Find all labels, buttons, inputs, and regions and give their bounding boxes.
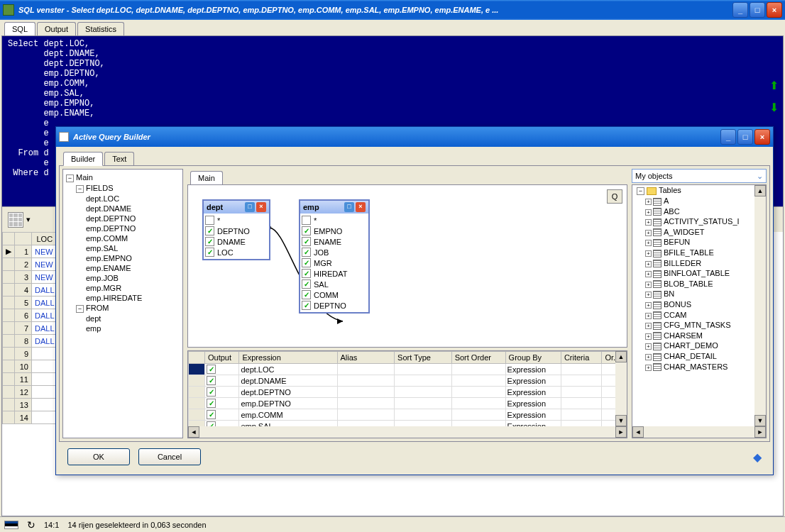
object-item[interactable]: +BONUS (632, 299, 766, 310)
horizontal-scrollbar[interactable]: ◄► (188, 426, 627, 438)
expand-icon[interactable]: + (645, 302, 652, 309)
scroll-up-icon[interactable]: ▲ (754, 185, 766, 196)
checkbox[interactable] (302, 248, 311, 257)
col-criteria[interactable]: Criteria (561, 352, 602, 364)
table-dept[interactable]: dept □ × * DEPTNO DNAME LOC (202, 199, 270, 260)
scroll-right-icon[interactable]: ► (754, 426, 766, 438)
checkbox[interactable] (302, 301, 311, 310)
checkbox[interactable] (207, 399, 216, 408)
tree-field-item[interactable]: emp.JOB (66, 273, 180, 283)
scroll-up-icon[interactable]: ⬆ (769, 79, 779, 92)
tab-statistics[interactable]: Statistics (77, 22, 124, 35)
checkbox[interactable] (207, 365, 216, 374)
tree-field-item[interactable]: emp.HIREDATE (66, 293, 180, 303)
expand-icon[interactable]: + (645, 219, 652, 226)
object-item[interactable]: +BN (632, 289, 766, 299)
objects-combo[interactable]: My objects⌄ (632, 169, 767, 183)
tree-field-item[interactable]: emp.EMPNO (66, 253, 180, 263)
objects-tree[interactable]: −Tables +A+ABC+ACTIVITY_STATUS_I+A_WIDGE… (632, 184, 767, 438)
table-maximize-icon[interactable]: □ (344, 202, 354, 212)
tree-field-item[interactable]: dept.LOC (66, 194, 180, 204)
checkbox[interactable] (207, 376, 216, 385)
scroll-down-icon[interactable]: ⬇ (769, 101, 779, 114)
subquery-tab-main[interactable]: Main (190, 171, 223, 185)
scroll-down-icon[interactable]: ▼ (754, 415, 766, 426)
tree-field-item[interactable]: emp.ENAME (66, 263, 180, 273)
scroll-left-icon[interactable]: ◄ (632, 426, 644, 438)
checkbox[interactable] (205, 216, 214, 225)
object-item[interactable]: +CCAM (632, 310, 766, 321)
tree-from-item[interactable]: dept (66, 314, 180, 323)
expand-icon[interactable]: + (645, 250, 652, 257)
info-icon[interactable]: ◆ (753, 450, 762, 464)
checkbox[interactable] (205, 248, 214, 257)
output-columns-grid[interactable]: Output Expression Alias Sort Type Sort O… (187, 350, 627, 438)
checkbox[interactable] (302, 279, 311, 289)
expand-icon[interactable]: + (645, 333, 652, 340)
object-item[interactable]: +BLOB_TABLE (632, 279, 766, 289)
tree-field-item[interactable]: emp.DEPTNO (66, 223, 180, 233)
vertical-scrollbar[interactable]: ▲▼ (615, 351, 627, 426)
tab-output[interactable]: Output (37, 22, 76, 35)
tree-field-item[interactable]: emp.SAL (66, 243, 180, 253)
cancel-button[interactable]: Cancel (138, 448, 201, 465)
checkbox[interactable] (302, 269, 311, 278)
object-item[interactable]: +CHAR_DETAIL (632, 351, 766, 362)
object-item[interactable]: +CHAR_MASTERS (632, 362, 766, 372)
table-emp[interactable]: emp □ × * EMPNO ENAME JOB MGR HIREDAT SA… (299, 199, 370, 314)
object-item[interactable]: +CFG_MTN_TASKS (632, 320, 766, 331)
expand-icon[interactable]: + (645, 199, 652, 205)
checkbox[interactable] (302, 226, 311, 235)
tree-from-item[interactable]: emp (66, 323, 180, 333)
checkbox[interactable] (207, 410, 216, 419)
checkbox[interactable] (302, 258, 311, 267)
object-item[interactable]: +ABC (632, 206, 766, 217)
tree-field-item[interactable]: emp.COMM (66, 233, 180, 243)
expand-icon[interactable]: + (645, 271, 652, 277)
horizontal-scrollbar[interactable]: ◄► (632, 426, 766, 438)
object-item[interactable]: +CHART_DEMO (632, 340, 766, 351)
checkbox[interactable] (302, 216, 311, 225)
vertical-scrollbar[interactable]: ▲▼ (754, 185, 766, 426)
collapse-icon[interactable]: − (76, 305, 84, 313)
diagram-canvas[interactable]: Q dept □ × * DEPTNO DNAME (187, 184, 627, 348)
expand-icon[interactable]: + (645, 261, 652, 267)
scroll-left-icon[interactable]: ◄ (188, 426, 199, 438)
expand-icon[interactable]: + (645, 354, 652, 360)
main-titlebar[interactable]: SQL venster - Select dept.LOC, dept.DNAM… (0, 0, 785, 20)
q-button[interactable]: Q (607, 189, 622, 204)
query-tree-panel[interactable]: −Main −FIELDS dept.LOC dept.DNAME dept.D… (62, 169, 183, 438)
expand-icon[interactable]: + (645, 365, 652, 371)
expand-icon[interactable]: + (645, 282, 652, 288)
expand-icon[interactable]: + (645, 240, 652, 246)
grid-layout-icon[interactable] (8, 212, 23, 228)
checkbox[interactable] (302, 237, 311, 246)
maximize-button[interactable]: □ (750, 2, 765, 18)
checkbox[interactable] (205, 226, 214, 235)
tree-field-item[interactable]: dept.DEPTNO (66, 214, 180, 223)
object-item[interactable]: +A (632, 196, 766, 206)
expand-icon[interactable]: + (645, 313, 652, 319)
col-groupby[interactable]: Group By (505, 352, 561, 364)
object-item[interactable]: +BILLEDER (632, 258, 766, 269)
expand-icon[interactable]: + (645, 323, 652, 329)
expand-icon[interactable]: + (645, 209, 652, 216)
object-item[interactable]: +A_WIDGET (632, 227, 766, 238)
dialog-maximize-button[interactable]: □ (737, 129, 753, 145)
col-output[interactable]: Output (205, 352, 239, 364)
close-button[interactable]: × (767, 2, 782, 18)
col-sortorder[interactable]: Sort Order (451, 352, 505, 364)
dropdown-icon[interactable]: ▾ (26, 215, 31, 224)
col-alias[interactable]: Alias (337, 352, 395, 364)
collapse-icon[interactable]: − (76, 185, 84, 193)
scroll-up-icon[interactable]: ▲ (615, 351, 627, 362)
table-close-icon[interactable]: × (356, 202, 366, 212)
tree-field-item[interactable]: emp.MGR (66, 283, 180, 293)
expand-icon[interactable]: + (645, 292, 652, 298)
expand-icon[interactable]: + (645, 230, 652, 236)
tree-field-item[interactable]: dept.DNAME (66, 204, 180, 214)
table-close-icon[interactable]: × (256, 202, 266, 212)
minimize-button[interactable]: _ (732, 2, 748, 18)
tab-builder[interactable]: Builder (63, 152, 103, 166)
dialog-close-button[interactable]: × (754, 129, 770, 145)
